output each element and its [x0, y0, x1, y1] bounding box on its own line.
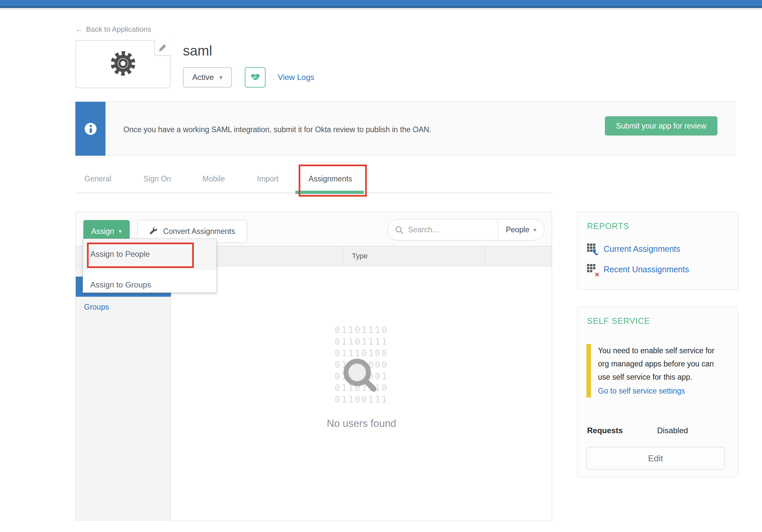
report-grid-key-icon [587, 243, 598, 254]
requests-label: Requests [587, 426, 657, 435]
search-bar: People ▾ [387, 219, 544, 240]
binary-line: 01101111 [171, 336, 552, 347]
requests-row: Requests Disabled [587, 426, 728, 435]
app-gear-logo [109, 49, 137, 79]
edit-self-service-button[interactable]: Edit [586, 447, 724, 470]
search-icon [395, 226, 404, 234]
empty-state: 01101110 01101111 01110100 01101000 0110… [171, 324, 552, 430]
top-nav-bar [0, 0, 762, 6]
requests-status-value: Disabled [657, 426, 688, 435]
magnifier-graphic [340, 356, 383, 400]
tab-general[interactable]: General [84, 174, 112, 183]
self-service-settings-link[interactable]: Go to self service settings [598, 384, 725, 398]
column-divider [343, 246, 343, 266]
back-to-applications-link[interactable]: ←Back to Applications [75, 25, 151, 34]
info-banner-accent [75, 102, 106, 156]
search-filter-label: People [506, 225, 529, 234]
search-field-wrap [388, 220, 498, 240]
top-nav-bar-divider [0, 8, 762, 10]
menu-item-assign-to-people[interactable]: Assign to People [83, 239, 216, 269]
assign-dropdown-menu: Assign to People Assign to Groups [83, 238, 217, 293]
page-title: saml [183, 43, 212, 59]
recent-unassignments-label: Recent Unassignments [604, 265, 689, 274]
x-icon: × [595, 270, 599, 279]
current-assignments-link[interactable]: Current Assignments [587, 243, 680, 254]
chevron-down-icon: ▾ [219, 73, 223, 81]
assign-button-label: Assign [91, 227, 114, 236]
self-service-title: SELF SERVICE [587, 316, 650, 326]
chevron-down-icon: ▾ [119, 228, 122, 235]
app-logo-card [75, 40, 171, 88]
okta-app-page: ←Back to Applications saml Active ▾ Vie [0, 0, 762, 532]
submit-app-review-button[interactable]: Submit your app for review [605, 116, 717, 135]
magnifier-icon [340, 356, 383, 399]
status-dropdown[interactable]: Active ▾ [183, 67, 232, 88]
self-service-callout: You need to enable self service for org … [586, 344, 725, 398]
column-divider [485, 246, 485, 266]
self-service-note: You need to enable self service for org … [598, 344, 725, 384]
info-banner-text: Once you have a working SAML integration… [123, 125, 431, 134]
back-link-label: Back to Applications [86, 25, 151, 33]
type-column-header: Type [352, 252, 368, 260]
empty-state-message: No users found [171, 418, 552, 430]
tab-mobile[interactable]: Mobile [202, 174, 225, 183]
search-filter-dropdown[interactable]: People ▾ [498, 220, 544, 240]
tab-assignments[interactable]: Assignments [309, 174, 352, 183]
search-input[interactable] [408, 225, 484, 234]
edit-logo-button[interactable] [154, 40, 171, 56]
info-icon [85, 123, 97, 135]
reports-panel: REPORTS Current Assignments × [577, 212, 738, 290]
back-arrow-icon: ← [75, 25, 83, 33]
tab-import[interactable]: Import [257, 174, 278, 183]
oan-handshake-button[interactable] [245, 67, 266, 88]
active-tab-underline [295, 191, 364, 194]
pencil-icon [158, 43, 167, 52]
report-grid-x-icon: × [587, 264, 598, 275]
convert-button-label: Convert Assignments [163, 227, 235, 236]
binary-line: 01101110 [171, 324, 552, 336]
current-assignments-label: Current Assignments [604, 244, 680, 254]
self-service-panel: SELF SERVICE You need to enable self ser… [577, 307, 738, 477]
menu-item-assign-to-groups[interactable]: Assign to Groups [83, 269, 216, 300]
chevron-down-icon: ▾ [533, 226, 536, 233]
assignment-filter-rail: Groups [76, 266, 171, 521]
callout-accent-bar [586, 344, 591, 398]
gear-icon [109, 49, 137, 77]
handshake-icon [250, 72, 261, 82]
status-label: Active [192, 73, 214, 82]
filter-item-groups[interactable]: Groups [84, 303, 109, 311]
view-logs-link[interactable]: View Logs [278, 73, 314, 82]
tab-sign-on[interactable]: Sign On [143, 174, 171, 183]
reports-title: REPORTS [587, 222, 629, 231]
recent-unassignments-link[interactable]: × Recent Unassignments [587, 264, 689, 275]
info-banner: Once you have a working SAML integration… [75, 101, 735, 156]
wrench-icon [149, 227, 158, 235]
key-icon [592, 249, 599, 256]
